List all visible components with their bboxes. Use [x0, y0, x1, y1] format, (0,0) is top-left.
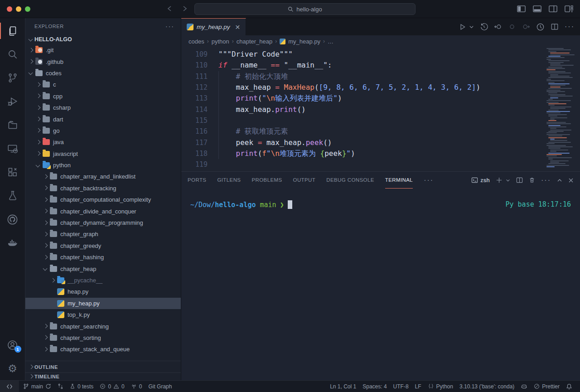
tree-item-chapter-computational-complexity[interactable]: chapter_computational_complexity [25, 194, 181, 205]
code-line-114[interactable]: 114 max_heap.print() [181, 104, 580, 115]
code-line-118[interactable]: 118 print(f"\n堆顶元素为 {peek}") [181, 148, 580, 159]
terminal-shell-label[interactable]: zsh [471, 177, 490, 184]
tab-my-heap[interactable]: my_heap.py ✕ [181, 18, 246, 35]
tests-status[interactable]: 0 tests [67, 381, 97, 392]
gitlens-compare-icon[interactable] [54, 381, 67, 392]
maximize-panel-icon[interactable] [557, 178, 562, 183]
search-icon[interactable] [0, 43, 25, 66]
problems-status[interactable]: 0 0 [97, 381, 127, 392]
tree-item-chapter-hashing[interactable]: chapter_hashing [25, 252, 181, 263]
code-editor[interactable]: 109"""Driver Code"""110if __name__ == "_… [181, 47, 580, 171]
code-line-109[interactable]: 109"""Driver Code""" [181, 49, 580, 60]
split-terminal-icon[interactable] [516, 177, 523, 184]
run-dropdown-icon[interactable] [469, 24, 474, 29]
customize-layout-icon[interactable] [564, 4, 574, 14]
extensions-icon[interactable] [0, 160, 25, 184]
docker-icon[interactable] [0, 231, 25, 255]
explorer-icon[interactable] [0, 19, 25, 43]
tree-item-chapter-sorting[interactable]: chapter_sorting [25, 332, 181, 344]
panel-more-tabs-icon[interactable]: ··· [424, 176, 434, 184]
cursor-position[interactable]: Ln 1, Col 1 [327, 381, 359, 392]
code-line-119[interactable]: 119 [181, 159, 580, 170]
panel-tab-debug-console[interactable]: DEBUG CONSOLE [326, 172, 374, 189]
line-number[interactable]: 114 [181, 104, 208, 115]
tree-item-codes[interactable]: codes [25, 68, 181, 79]
source-control-icon[interactable] [0, 66, 25, 90]
tree-root-hello-algo[interactable]: HELLO-ALGO [25, 34, 181, 44]
panel-tab-terminal[interactable]: TERMINAL [385, 172, 413, 189]
close-panel-icon[interactable] [568, 178, 574, 183]
gitlens-icon[interactable] [536, 23, 545, 31]
language-mode[interactable]: Python [425, 381, 456, 392]
github-icon[interactable] [0, 208, 25, 231]
split-editor-icon[interactable] [551, 23, 559, 31]
new-terminal-icon[interactable] [496, 177, 503, 184]
folders-icon[interactable] [0, 113, 25, 137]
panel-tab-gitlens[interactable]: GITLENS [217, 172, 241, 189]
tree-item-chapter-greedy[interactable]: chapter_greedy [25, 240, 181, 252]
tree-item-chapter-stack-and-queue[interactable]: chapter_stack_and_queue [25, 344, 181, 355]
notifications-bell-icon[interactable] [563, 381, 575, 392]
panel-tab-output[interactable]: OUTPUT [293, 172, 316, 189]
copilot-icon[interactable] [517, 381, 531, 392]
remote-indicator[interactable] [0, 381, 19, 392]
tree-item-dart[interactable]: dart [25, 113, 181, 125]
toggle-secondary-sidebar-icon[interactable] [548, 4, 558, 14]
forward-icon[interactable] [180, 4, 188, 13]
breadcrumb-file[interactable]: my_heap.py [288, 38, 320, 45]
tree-item-chapter-heap[interactable]: chapter_heap [25, 263, 181, 274]
tree-item-python[interactable]: python [25, 160, 181, 171]
encoding[interactable]: UTF-8 [390, 381, 412, 392]
kill-terminal-icon[interactable] [529, 177, 535, 184]
tree-item-go[interactable]: go [25, 125, 181, 136]
prettier-status[interactable]: Prettier [531, 381, 563, 392]
run-and-debug-icon[interactable] [0, 90, 25, 113]
eol-sequence[interactable]: LF [412, 381, 425, 392]
panel-tab-ports[interactable]: PORTS [188, 172, 206, 189]
command-center-search[interactable]: hello-algo [194, 3, 416, 15]
line-number[interactable]: 113 [181, 93, 208, 104]
line-number[interactable]: 115 [181, 115, 208, 126]
zoom-window-button[interactable] [25, 6, 30, 12]
breadcrumb-python[interactable]: python [212, 38, 229, 45]
indentation[interactable]: Spaces: 4 [359, 381, 390, 392]
terminal[interactable]: ~/Dow/hello-algomain❯ Py base 18:17:16 [181, 189, 580, 380]
python-interpreter[interactable]: 3.10.13 ('base': conda) [456, 381, 517, 392]
breadcrumb-symbol[interactable]: … [328, 38, 334, 45]
tree-item-chapter-array-and-linkedlist[interactable]: chapter_array_and_linkedlist [25, 171, 181, 182]
back-icon[interactable] [166, 4, 174, 13]
line-number[interactable]: 116 [181, 126, 208, 137]
file-history-icon[interactable] [480, 23, 488, 31]
tree-item-top-k-py[interactable]: top_k.py [25, 309, 181, 320]
more-actions-icon[interactable]: ··· [565, 23, 575, 31]
line-number[interactable]: 119 [181, 159, 208, 170]
tree-item-chapter-backtracking[interactable]: chapter_backtracking [25, 183, 181, 194]
tree-item-heap-py[interactable]: heap.py [25, 286, 181, 297]
toggle-panel-icon[interactable] [532, 4, 542, 14]
tree-item-javascript[interactable]: javascript [25, 148, 181, 160]
tree-item-c[interactable]: c [25, 79, 181, 90]
close-window-button[interactable] [7, 6, 12, 12]
line-number[interactable]: 109 [181, 49, 208, 60]
settings-gear-icon[interactable]: ⚙ [0, 357, 25, 380]
previous-change-icon[interactable] [494, 23, 502, 31]
code-line-111[interactable]: 111 # 初始化大顶堆 [181, 71, 580, 82]
tree-item--pycache-[interactable]: __pycache__ [25, 275, 181, 286]
timeline-section[interactable]: TIMELINE [25, 373, 181, 380]
tree-item-java[interactable]: java [25, 136, 181, 148]
explorer-more-actions-icon[interactable]: ··· [165, 23, 174, 30]
line-number[interactable]: 110 [181, 60, 208, 71]
testing-icon[interactable] [0, 184, 25, 208]
git-branch-status[interactable]: main [20, 381, 54, 392]
tree-item-chapter-graph[interactable]: chapter_graph [25, 228, 181, 240]
tree-item--github[interactable]: .github [25, 56, 181, 67]
line-number[interactable]: 111 [181, 71, 208, 82]
line-number[interactable]: 117 [181, 137, 208, 148]
breadcrumb-chapter-heap[interactable]: chapter_heap [237, 38, 273, 45]
remote-explorer-icon[interactable] [0, 137, 25, 160]
accounts-icon[interactable]: 1 [0, 333, 25, 357]
tree-item-chapter-searching[interactable]: chapter_searching [25, 320, 181, 332]
tree-item--git[interactable]: .git [25, 44, 181, 56]
minimap[interactable] [546, 48, 576, 152]
tree-item-chapter-divide-and-conquer[interactable]: chapter_divide_and_conquer [25, 205, 181, 217]
